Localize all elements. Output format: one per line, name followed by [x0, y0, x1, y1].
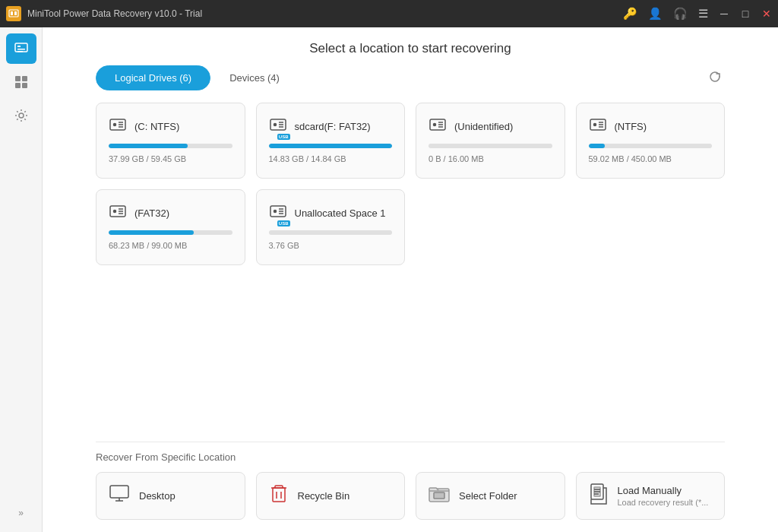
location-grid: Desktop Recycle	[96, 472, 725, 520]
recycle-label: Recycle Bin	[298, 490, 350, 502]
svg-rect-49	[434, 492, 444, 499]
svg-rect-0	[9, 10, 18, 17]
svg-rect-8	[22, 76, 27, 81]
account-icon[interactable]: 👤	[648, 7, 663, 21]
drive-progress-fat32	[109, 230, 232, 235]
svg-rect-42	[110, 486, 128, 498]
drive-card-unalloc[interactable]: USB Unallocated Space 1 3.76 GB	[256, 189, 406, 265]
svg-rect-9	[15, 83, 21, 88]
specific-location-title: Recover From Specific Location	[96, 451, 725, 463]
folder-icon	[429, 485, 450, 507]
svg-rect-2	[14, 11, 17, 15]
drive-size-fat32: 68.23 MB / 99.00 MB	[109, 241, 232, 250]
svg-rect-6	[17, 51, 23, 52]
svg-rect-45	[273, 488, 285, 502]
svg-point-28	[593, 124, 596, 126]
folder-label: Select Folder	[459, 490, 517, 502]
drive-card-fat32[interactable]: (FAT32) 68.23 MB / 99.00 MB	[96, 189, 245, 265]
minimize-button[interactable]: ─	[719, 8, 729, 19]
expand-button[interactable]: »	[14, 503, 28, 523]
svg-point-23	[434, 124, 436, 126]
sidebar-item-settings[interactable]	[6, 100, 36, 131]
tab-devices[interactable]: Devices (4)	[210, 65, 299, 90]
drive-progress-ntfs2	[589, 144, 713, 148]
drive-icon-c	[109, 116, 127, 138]
drive-card-ntfs2[interactable]: (NTFS) 59.02 MB / 450.00 MB	[576, 103, 726, 179]
svg-rect-4	[17, 46, 21, 47]
doc-icon	[589, 483, 609, 508]
drive-icon-unalloc: USB	[269, 202, 287, 224]
manual-text: Load Manually Load recovery result (*...	[618, 485, 709, 507]
sidebar-bottom: »	[14, 503, 28, 523]
desktop-label: Desktop	[139, 490, 176, 502]
drive-label-fat32: (FAT32)	[134, 207, 169, 219]
drive-card-sdcard[interactable]: USB sdcard(F: FAT32) 14.83 GB / 14.84 GB	[256, 103, 406, 179]
desktop-text: Desktop	[139, 490, 176, 502]
svg-rect-7	[15, 76, 21, 81]
recycle-text: Recycle Bin	[298, 490, 350, 502]
drive-label-ntfs2: (NTFS)	[615, 121, 647, 132]
drive-card-c[interactable]: (C: NTFS) 37.99 GB / 59.45 GB	[96, 103, 245, 179]
location-card-desktop[interactable]: Desktop	[96, 472, 245, 520]
tabs-row: Logical Drives (6) Devices (4)	[43, 65, 778, 90]
drive-label-unalloc: Unallocated Space 1	[295, 207, 386, 219]
location-card-manual[interactable]: Load Manually Load recovery result (*...	[576, 472, 726, 520]
app-logo	[6, 6, 21, 21]
drive-size-sdcard: 14.83 GB / 14.84 GB	[269, 154, 393, 163]
close-button[interactable]: ✕	[761, 8, 772, 19]
location-card-folder[interactable]: Select Folder	[416, 472, 565, 520]
maximize-button[interactable]: □	[740, 8, 751, 19]
folder-text: Select Folder	[459, 490, 517, 502]
drive-label-unidentified: (Unidentified)	[454, 121, 513, 132]
monitor-icon	[109, 483, 130, 508]
drive-progress-unalloc	[269, 230, 393, 235]
location-card-recycle[interactable]: Recycle Bin	[256, 472, 406, 520]
drive-icon-unidentified	[429, 116, 447, 138]
drive-label-sdcard: sdcard(F: FAT32)	[295, 121, 371, 132]
drive-icon-fat32	[109, 202, 127, 224]
svg-point-13	[114, 124, 116, 126]
drive-size-unalloc: 3.76 GB	[269, 241, 393, 250]
drive-icon-ntfs2	[589, 116, 607, 138]
trash-icon	[269, 483, 289, 508]
svg-point-38	[274, 211, 276, 213]
drives-section: (C: NTFS) 37.99 GB / 59.45 GB	[43, 90, 778, 429]
svg-point-18	[274, 124, 276, 126]
drive-progress-c	[109, 144, 232, 148]
drive-card-unidentified[interactable]: (Unidentified) 0 B / 16.00 MB	[416, 103, 565, 179]
svg-point-33	[114, 211, 116, 213]
svg-rect-10	[22, 83, 27, 88]
refresh-button[interactable]	[705, 67, 725, 90]
drives-grid: (C: NTFS) 37.99 GB / 59.45 GB	[96, 103, 725, 265]
support-icon[interactable]: 🎧	[673, 7, 688, 21]
svg-rect-1	[11, 11, 13, 15]
specific-location-section: Recover From Specific Location Desktop	[43, 442, 778, 532]
title-bar: MiniTool Power Data Recovery v10.0 - Tri…	[0, 0, 778, 27]
tab-logical-drives[interactable]: Logical Drives (6)	[96, 65, 210, 90]
menu-icon[interactable]: ☰	[698, 7, 708, 21]
sidebar: »	[0, 27, 43, 532]
svg-rect-3	[15, 43, 27, 52]
page-title: Select a location to start recovering	[43, 27, 778, 65]
main-layout: » Select a location to start recovering …	[0, 27, 778, 532]
title-bar-controls: 🔑 👤 🎧 ☰ ─ □ ✕	[623, 7, 772, 21]
drive-size-c: 37.99 GB / 59.45 GB	[109, 154, 232, 163]
drive-size-unidentified: 0 B / 16.00 MB	[429, 154, 552, 163]
svg-point-11	[19, 113, 24, 118]
drive-label-c: (C: NTFS)	[134, 121, 179, 132]
manual-label: Load Manually	[618, 485, 709, 496]
drive-icon-sdcard: USB	[269, 116, 287, 138]
svg-rect-5	[17, 49, 25, 50]
title-bar-left: MiniTool Power Data Recovery v10.0 - Tri…	[6, 6, 202, 21]
drive-progress-unidentified	[429, 144, 552, 148]
drive-size-ntfs2: 59.02 MB / 450.00 MB	[589, 154, 713, 163]
sidebar-item-dashboard[interactable]	[6, 67, 36, 97]
manual-sublabel: Load recovery result (*...	[618, 498, 709, 507]
drive-progress-sdcard	[269, 144, 393, 148]
sidebar-item-recovery[interactable]	[6, 33, 36, 64]
title-bar-title: MiniTool Power Data Recovery v10.0 - Tri…	[27, 8, 202, 19]
key-icon[interactable]: 🔑	[623, 7, 637, 21]
content-area: Select a location to start recovering Lo…	[43, 27, 778, 532]
